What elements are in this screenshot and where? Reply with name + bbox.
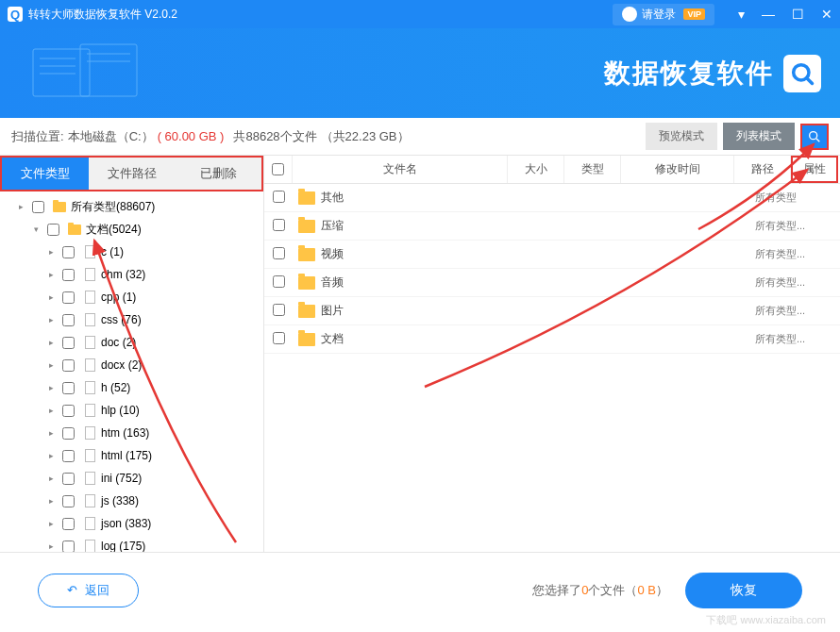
tab-file-path[interactable]: 文件路径 — [89, 158, 176, 190]
row-checkbox[interactable] — [273, 275, 285, 288]
column-filename[interactable]: 文件名 — [293, 156, 508, 183]
tree-checkbox[interactable] — [62, 473, 75, 485]
column-time[interactable]: 修改时间 — [621, 156, 734, 183]
tree-checkbox[interactable] — [62, 269, 75, 281]
tree-checkbox[interactable] — [62, 541, 75, 553]
caret-icon[interactable]: ▸ — [49, 451, 59, 460]
scan-filecount: 共88628个文件 — [233, 128, 316, 145]
tree-checkbox[interactable] — [62, 427, 75, 440]
tree-item[interactable]: ▸cpp (1) — [0, 286, 263, 308]
tree-checkbox[interactable] — [62, 291, 75, 304]
tree-docs[interactable]: ▾ 文档(5024) — [0, 218, 263, 241]
file-icon — [82, 493, 97, 508]
row-checkbox[interactable] — [273, 219, 285, 231]
caret-icon[interactable]: ▸ — [49, 360, 59, 370]
caret-icon[interactable]: ▸ — [49, 315, 59, 324]
back-button[interactable]: ↶ 返回 — [38, 574, 139, 607]
caret-icon[interactable]: ▸ — [49, 428, 59, 438]
maximize-icon[interactable]: ☐ — [792, 7, 804, 22]
minimize-icon[interactable]: — — [762, 7, 775, 22]
tree-label: ini (752) — [101, 472, 142, 485]
table-row[interactable]: 音频所有类型... — [264, 269, 840, 297]
caret-icon[interactable]: ▸ — [49, 270, 59, 279]
tree-item[interactable]: ▸doc (2) — [0, 331, 263, 354]
tree-item[interactable]: ▸js (338) — [0, 490, 263, 512]
tree-checkbox[interactable] — [62, 405, 75, 417]
file-icon — [82, 403, 97, 418]
close-icon[interactable]: ✕ — [821, 7, 832, 22]
row-checkbox[interactable] — [273, 332, 285, 344]
row-checkbox[interactable] — [273, 304, 285, 316]
hero-graphic-icon — [28, 40, 142, 106]
tree-item[interactable]: ▸h (52) — [0, 376, 263, 399]
caret-icon[interactable]: ▸ — [49, 247, 59, 257]
tree-item[interactable]: ▸hlp (10) — [0, 399, 263, 422]
tree-checkbox[interactable] — [62, 495, 75, 507]
login-button[interactable]: 请登录 VIP — [613, 4, 714, 25]
table-row[interactable]: 文档所有类型... — [264, 325, 840, 354]
tab-deleted[interactable]: 已删除 — [175, 158, 261, 190]
search-button[interactable] — [800, 124, 829, 150]
tree-item[interactable]: ▸css (76) — [0, 308, 263, 331]
row-path: 所有类型... — [755, 304, 840, 318]
table-row[interactable]: 压缩所有类型... — [264, 212, 840, 241]
caret-icon[interactable]: ▸ — [49, 383, 59, 392]
caret-icon[interactable]: ▸ — [49, 406, 59, 415]
column-checkbox[interactable] — [264, 156, 293, 183]
menu-icon[interactable]: ▾ — [738, 7, 745, 22]
preview-mode-button[interactable]: 预览模式 — [646, 123, 717, 150]
tree-checkbox[interactable] — [62, 246, 75, 258]
caret-icon[interactable]: ▸ — [19, 202, 28, 211]
tree-checkbox[interactable] — [62, 450, 75, 462]
tree-item[interactable]: ▸json (383) — [0, 512, 263, 535]
tree-checkbox[interactable] — [62, 314, 75, 326]
table-row[interactable]: 其他所有类型 — [264, 184, 840, 212]
column-size[interactable]: 大小 — [508, 156, 564, 183]
table-body[interactable]: 其他所有类型压缩所有类型...视频所有类型...音频所有类型...图片所有类型.… — [264, 184, 840, 552]
caret-icon[interactable]: ▸ — [49, 519, 59, 528]
tree-item[interactable]: ▸htm (163) — [0, 422, 263, 444]
column-attr[interactable]: 属性 — [791, 156, 838, 183]
caret-icon[interactable]: ▸ — [49, 338, 59, 347]
tree-item[interactable]: ▸html (175) — [0, 444, 263, 467]
row-checkbox[interactable] — [273, 191, 285, 203]
recover-button[interactable]: 恢复 — [685, 573, 802, 608]
tree-item[interactable]: ▸chm (32) — [0, 263, 263, 286]
table-row[interactable]: 图片所有类型... — [264, 297, 840, 325]
tree-checkbox[interactable] — [62, 518, 75, 530]
tree-checkbox[interactable] — [62, 337, 75, 349]
tree-checkbox[interactable] — [62, 382, 75, 394]
tree-root[interactable]: ▸ 所有类型(88607) — [0, 195, 263, 218]
caret-icon[interactable]: ▸ — [49, 541, 59, 551]
caret-icon[interactable]: ▸ — [49, 496, 59, 506]
folder-icon — [298, 305, 315, 318]
row-name: 其他 — [321, 190, 344, 206]
tree-item[interactable]: ▸c (1) — [0, 241, 263, 263]
row-checkbox[interactable] — [273, 247, 285, 259]
row-path: 所有类型... — [755, 332, 840, 346]
caret-icon[interactable]: ▸ — [49, 292, 59, 302]
tree-item[interactable]: ▸log (175) — [0, 535, 263, 552]
tree-checkbox[interactable] — [32, 201, 44, 213]
caret-icon[interactable]: ▸ — [49, 474, 59, 483]
caret-icon[interactable]: ▾ — [34, 225, 43, 234]
column-type[interactable]: 类型 — [564, 156, 621, 183]
scan-label: 扫描位置: — [11, 128, 64, 145]
svg-line-10 — [816, 139, 819, 141]
tree-checkbox[interactable] — [62, 359, 75, 372]
window-controls: ▾ — ☐ ✕ — [738, 7, 832, 22]
file-tree[interactable]: ▸ 所有类型(88607) ▾ 文档(5024) ▸c (1)▸chm (32)… — [0, 191, 263, 552]
tree-checkbox[interactable] — [47, 224, 59, 236]
tree-item[interactable]: ▸docx (2) — [0, 354, 263, 376]
tree-item[interactable]: ▸ini (752) — [0, 467, 263, 490]
table-row[interactable]: 视频所有类型... — [264, 241, 840, 269]
sel-suffix: ） — [656, 583, 668, 597]
select-all-checkbox[interactable] — [272, 163, 284, 175]
tab-file-type[interactable]: 文件类型 — [2, 158, 89, 190]
tree-label: docx (2) — [101, 358, 142, 372]
file-icon — [82, 290, 97, 305]
folder-icon — [298, 248, 315, 261]
column-path[interactable]: 路径 — [734, 156, 791, 183]
list-mode-button[interactable]: 列表模式 — [723, 123, 795, 150]
table-header: 文件名 大小 类型 修改时间 路径 属性 — [264, 156, 840, 184]
